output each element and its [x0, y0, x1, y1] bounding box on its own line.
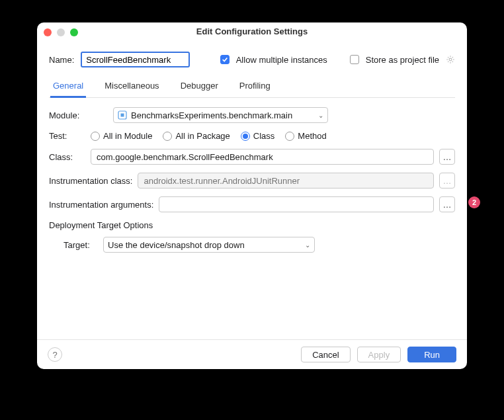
- titlebar: Edit Configuration Settings: [37, 22, 467, 41]
- radio-all-package[interactable]: All in Package: [163, 131, 230, 141]
- svg-point-0: [449, 58, 452, 61]
- class-row: Class: …: [49, 149, 455, 165]
- module-row: Module: BenchmarksExperiments.benchmark.…: [49, 107, 455, 123]
- radio-method[interactable]: Method: [285, 131, 326, 141]
- test-label: Test:: [49, 131, 85, 141]
- tab-debugger[interactable]: Debugger: [178, 77, 221, 97]
- help-button[interactable]: ?: [48, 347, 62, 362]
- instr-args-label: Instrumentation arguments:: [49, 200, 153, 210]
- notification-badge[interactable]: 2: [468, 196, 480, 208]
- instr-class-row: Instrumentation class: …: [49, 173, 455, 189]
- target-select[interactable]: Use the device/snapshot drop down ⌄: [103, 237, 315, 253]
- instr-args-browse-button[interactable]: …: [439, 196, 455, 212]
- instr-class-label: Instrumentation class:: [49, 176, 132, 186]
- svg-line-5: [448, 57, 448, 58]
- radio-class[interactable]: Class: [241, 131, 275, 141]
- chevron-down-icon: ⌄: [305, 241, 310, 249]
- window-controls: [44, 28, 78, 36]
- run-button[interactable]: Run: [407, 347, 456, 362]
- name-row: Name: Allow multiple instances Store as …: [49, 52, 455, 67]
- class-input[interactable]: [91, 149, 434, 165]
- minimize-icon: [57, 28, 65, 36]
- tab-separator: [49, 97, 455, 98]
- name-input[interactable]: [81, 52, 190, 67]
- deployment-section-title: Deployment Target Options: [49, 220, 455, 230]
- store-project-checkbox[interactable]: [350, 55, 359, 64]
- tab-miscellaneous[interactable]: Miscellaneous: [102, 77, 161, 97]
- radio-all-module-label: All in Module: [103, 131, 152, 141]
- tab-profiling[interactable]: Profiling: [237, 77, 273, 97]
- tab-general[interactable]: General: [50, 77, 86, 98]
- dialog-title: Edit Configuration Settings: [37, 22, 467, 42]
- test-row: Test: All in Module All in Package Class…: [49, 131, 455, 141]
- dialog-content: Name: Allow multiple instances Store as …: [37, 41, 467, 339]
- allow-multiple-checkbox[interactable]: [220, 55, 230, 64]
- name-label: Name:: [49, 55, 74, 65]
- zoom-icon[interactable]: [70, 28, 78, 36]
- cancel-button[interactable]: Cancel: [301, 347, 350, 362]
- instr-args-input[interactable]: [159, 196, 434, 212]
- target-row: Target: Use the device/snapshot drop dow…: [49, 237, 455, 253]
- class-label: Class:: [49, 152, 85, 162]
- module-icon: [118, 110, 127, 120]
- radio-all-module[interactable]: All in Module: [91, 131, 152, 141]
- instr-args-row: Instrumentation arguments: …: [49, 196, 455, 212]
- chevron-down-icon: ⌄: [318, 112, 323, 119]
- module-label: Module:: [49, 110, 85, 120]
- svg-rect-10: [121, 114, 124, 117]
- module-value: BenchmarksExperiments.benchmark.main: [131, 110, 292, 120]
- allow-multiple-label: Allow multiple instances: [236, 55, 327, 65]
- instr-class-browse-button: …: [439, 173, 455, 189]
- svg-line-6: [452, 62, 453, 62]
- test-radio-group: All in Module All in Package Class Metho…: [91, 131, 327, 141]
- store-project-label: Store as project file: [366, 55, 439, 65]
- svg-line-8: [452, 57, 453, 58]
- class-browse-button[interactable]: …: [439, 149, 455, 165]
- dialog-window: Edit Configuration Settings Name: Allow …: [37, 22, 467, 369]
- radio-class-label: Class: [253, 131, 275, 141]
- module-select[interactable]: BenchmarksExperiments.benchmark.main ⌄: [113, 107, 328, 123]
- gear-icon[interactable]: [446, 55, 455, 64]
- radio-method-label: Method: [298, 131, 326, 141]
- dialog-footer: ? Cancel Apply Run: [37, 339, 467, 369]
- target-value: Use the device/snapshot drop down: [108, 240, 245, 250]
- instr-class-input: [138, 173, 434, 189]
- apply-button: Apply: [357, 347, 401, 362]
- tabs: General Miscellaneous Debugger Profiling: [49, 77, 455, 97]
- svg-line-7: [448, 62, 448, 62]
- target-label: Target:: [63, 240, 97, 250]
- close-icon[interactable]: [44, 28, 52, 36]
- radio-all-package-label: All in Package: [175, 131, 230, 141]
